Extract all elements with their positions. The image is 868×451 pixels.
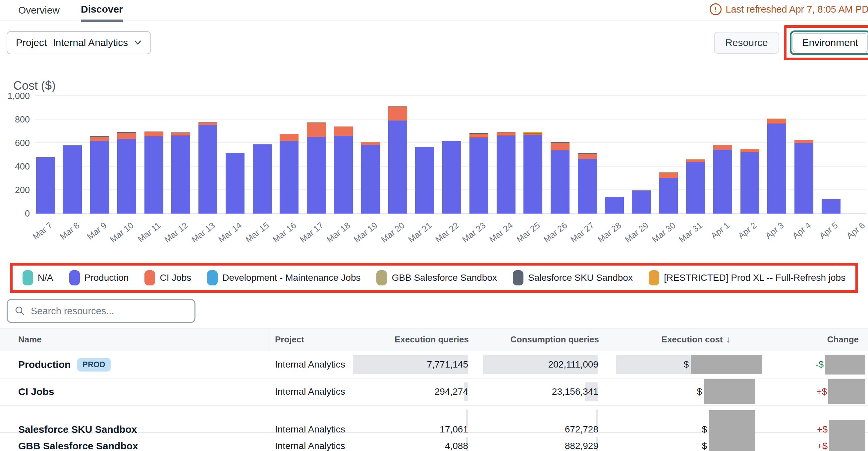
legend-item[interactable]: Development - Maintenance Jobs [207,270,361,285]
table-row[interactable]: Salesforce SKU SandboxInternal Analytics… [0,406,868,433]
bar-segment-ci-jobs[interactable] [334,127,353,136]
bar-segment-ci-jobs[interactable] [795,140,813,143]
bar-segment-ci-jobs[interactable] [497,132,516,135]
bar-segment-ci-jobs[interactable] [551,143,569,150]
resource-name-cell: ProductionPROD [0,351,268,378]
bar-segment-ci-jobs[interactable] [198,122,217,125]
bar-segment-salesforce-sku-sandbox[interactable] [469,133,488,134]
bar-segment-ci-jobs[interactable] [171,133,190,135]
col-header-execution-queries[interactable]: Execution queries [383,328,469,351]
legend-swatch [376,270,387,285]
search-icon [15,306,25,316]
legend-item[interactable]: N/A [23,270,53,285]
table-row[interactable]: ProductionPRODInternal Analytics7,771,14… [0,351,868,379]
col-header-project[interactable]: Project [268,328,383,351]
bar-segment-production[interactable] [388,121,407,214]
bar-segment-production[interactable] [117,139,136,214]
bar-segment-gbb-salesforce-sandbox[interactable] [659,172,678,172]
bar-segment-production[interactable] [334,136,353,214]
bar-segment-production[interactable] [226,153,245,214]
bar-segment-salesforce-sku-sandbox[interactable] [171,132,190,133]
bar-segment-production[interactable] [740,152,760,214]
change-prefix: +$ [816,386,827,397]
legend-swatch [649,270,659,285]
col-header-name[interactable]: Name [0,328,268,351]
legend-item[interactable]: CI Jobs [145,270,191,285]
bar-segment-production[interactable] [415,147,434,214]
bar-segment-production[interactable] [36,157,55,214]
bar-segment-ci-jobs[interactable] [767,119,786,124]
bar-segment-production[interactable] [523,135,542,214]
bar-segment-ci-jobs[interactable] [117,133,136,139]
currency-prefix: $ [702,424,707,435]
bar-segment-ci-jobs[interactable] [280,134,299,141]
bar-segment-production[interactable] [198,125,217,214]
execution-queries-cell: 4,088 [383,433,469,451]
bar-segment-ci-jobs[interactable] [361,142,380,145]
bar-segment-production[interactable] [171,135,190,214]
bar-segment-production[interactable] [469,137,488,214]
legend-item[interactable]: Production [69,270,129,285]
bar-segment-production[interactable] [442,141,461,214]
bar-segment-production[interactable] [795,143,813,214]
bar-segment-ci-jobs[interactable] [686,160,705,162]
search-box[interactable] [7,299,195,323]
col-header-consumption-queries[interactable]: Consumption queries [469,328,599,351]
bar-segment-ci-jobs[interactable] [659,172,678,178]
search-input[interactable] [30,305,187,317]
table-row[interactable]: CI JobsInternal Analytics294,27423,156,3… [0,379,868,406]
col-header-execution-cost[interactable]: Execution cost ↓ [599,328,762,351]
bar-segment-ci-jobs[interactable] [145,131,163,136]
bar-segment-production[interactable] [659,178,678,214]
project-filter-value: Internal Analytics [53,37,128,49]
bar-segment-production[interactable] [686,162,705,214]
bar-segment-salesforce-sku-sandbox[interactable] [117,132,136,133]
bar-segment-production[interactable] [551,150,569,214]
tab-overview[interactable]: Overview [18,5,60,21]
bar-segment-production[interactable] [145,136,163,214]
bar-segment-ci-jobs[interactable] [713,145,732,150]
col-header-change[interactable]: Change [762,328,868,351]
bar-segment-gbb-salesforce-sandbox[interactable] [307,122,326,123]
bar-segment-salesforce-sku-sandbox[interactable] [551,142,569,143]
bar-segment-ci-jobs[interactable] [740,149,760,152]
bar-segment-gbb-salesforce-sandbox[interactable] [686,159,705,160]
resource-button[interactable]: Resource [714,32,779,54]
bar-segment-production[interactable] [605,197,624,214]
redacted-value [704,379,755,404]
bar-segment-production[interactable] [307,137,326,214]
bar-segment-gbb-salesforce-sandbox[interactable] [361,142,380,142]
execution-cost-cell: $ [599,379,762,405]
project-filter-dropdown[interactable]: Project Internal Analytics [7,31,151,54]
legend-item[interactable]: Salesforce SKU Sandbox [513,270,633,285]
bar-segment-salesforce-sku-sandbox[interactable] [578,153,597,154]
bar-segment-ci-jobs[interactable] [307,123,326,137]
bar-segment-ci-jobs[interactable] [90,137,109,141]
bar-segment-ci-jobs[interactable] [523,134,542,135]
bar-segment-salesforce-sku-sandbox[interactable] [90,136,109,137]
bar-segment-ci-jobs[interactable] [388,106,407,121]
tab-discover[interactable]: Discover [81,4,123,22]
bar-segment-production[interactable] [280,141,299,214]
sort-desc-icon: ↓ [726,334,731,345]
bar-segment-ci-jobs[interactable] [469,134,488,137]
legend-item[interactable]: GBB Salesforce Sandbox [376,270,497,285]
bar-segment-ci-jobs[interactable] [578,154,597,159]
bar-segment-salesforce-sku-sandbox[interactable] [497,132,516,132]
bar-segment--restricted-prod-xl-full-refresh-jobs[interactable] [523,132,542,133]
bar-segment-production[interactable] [632,190,651,214]
last-refreshed-status: ! Last refreshed Apr 7, 8:05 AM PDT [710,3,868,15]
bar-segment-production[interactable] [361,145,380,214]
legend-item[interactable]: [RESTRICTED] Prod XL -- Full-Refresh job… [649,270,845,285]
bar-segment-production[interactable] [497,135,516,214]
bar-segment-production[interactable] [253,144,272,214]
bar-segment-production[interactable] [578,159,597,214]
bar-segment-production[interactable] [63,146,82,214]
bar-segment-production[interactable] [713,150,732,214]
bar-segment-gbb-salesforce-sandbox[interactable] [767,119,786,119]
bar-segment-production[interactable] [822,199,840,214]
bar-segment-production[interactable] [767,124,786,214]
environment-button[interactable]: Environment [793,33,868,52]
bar-segment-production[interactable] [90,141,109,214]
y-axis-tick: 400 [0,162,30,172]
